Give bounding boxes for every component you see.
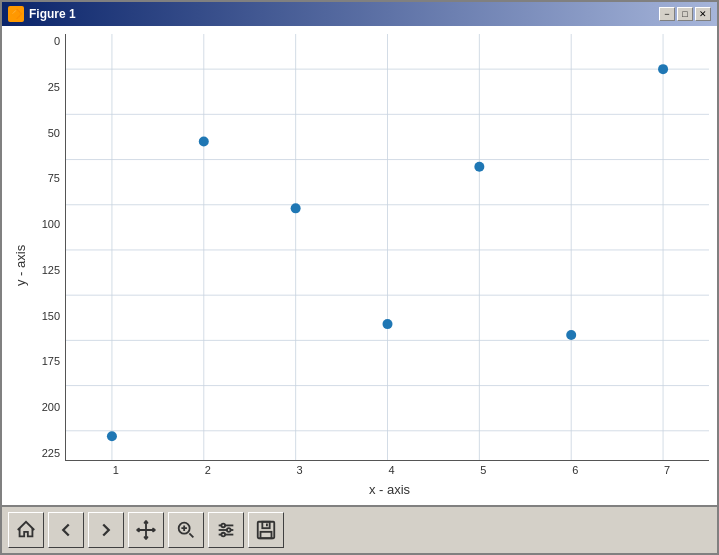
home-button[interactable] [8, 512, 44, 548]
svg-point-18 [199, 136, 209, 146]
close-button[interactable]: ✕ [695, 7, 711, 21]
y-tick: 225 [42, 448, 60, 459]
x-tick: 5 [480, 464, 486, 476]
y-tick: 175 [42, 356, 60, 367]
window-title: Figure 1 [29, 7, 76, 21]
toolbar [2, 505, 717, 553]
pan-button[interactable] [128, 512, 164, 548]
y-tick: 50 [48, 128, 60, 139]
main-window: 🔶 Figure 1 − □ ✕ y - axis 225 200 175 15… [0, 0, 719, 555]
maximize-button[interactable]: □ [677, 7, 693, 21]
x-tick: 4 [388, 464, 394, 476]
svg-point-30 [221, 533, 225, 537]
zoom-button[interactable] [168, 512, 204, 548]
chart-area: y - axis 225 200 175 150 125 100 75 50 2… [10, 34, 709, 497]
titlebar-left: 🔶 Figure 1 [8, 6, 76, 22]
x-tick: 7 [664, 464, 670, 476]
y-ticks: 225 200 175 150 125 100 75 50 25 0 [30, 34, 65, 461]
x-tick: 6 [572, 464, 578, 476]
svg-point-20 [383, 319, 393, 329]
y-tick: 75 [48, 173, 60, 184]
app-icon: 🔶 [8, 6, 24, 22]
save-button[interactable] [248, 512, 284, 548]
svg-rect-33 [261, 532, 272, 538]
minimize-button[interactable]: − [659, 7, 675, 21]
x-ticks-row: 1234567 [70, 461, 709, 480]
x-tick: 2 [205, 464, 211, 476]
x-axis-label: x - axis [30, 480, 709, 497]
y-tick: 25 [48, 82, 60, 93]
y-tick: 150 [42, 311, 60, 322]
y-tick: 200 [42, 402, 60, 413]
svg-point-23 [658, 64, 668, 74]
y-tick: 0 [54, 36, 60, 47]
forward-button[interactable] [88, 512, 124, 548]
x-tick: 3 [297, 464, 303, 476]
plot-area [65, 34, 709, 461]
y-tick: 125 [42, 265, 60, 276]
chart-content: y - axis 225 200 175 150 125 100 75 50 2… [2, 26, 717, 505]
svg-point-28 [221, 524, 225, 528]
y-tick: 100 [42, 219, 60, 230]
titlebar-buttons: − □ ✕ [659, 7, 711, 21]
x-tick: 1 [113, 464, 119, 476]
svg-point-21 [474, 162, 484, 172]
chart-with-axes: 225 200 175 150 125 100 75 50 25 0 [30, 34, 709, 497]
chart-main: 225 200 175 150 125 100 75 50 25 0 [30, 34, 709, 461]
settings-button[interactable] [208, 512, 244, 548]
y-axis-label: y - axis [10, 34, 30, 497]
titlebar: 🔶 Figure 1 − □ ✕ [2, 2, 717, 26]
svg-point-29 [227, 528, 231, 532]
svg-point-19 [291, 203, 301, 213]
svg-point-22 [566, 330, 576, 340]
svg-point-17 [107, 431, 117, 441]
back-button[interactable] [48, 512, 84, 548]
